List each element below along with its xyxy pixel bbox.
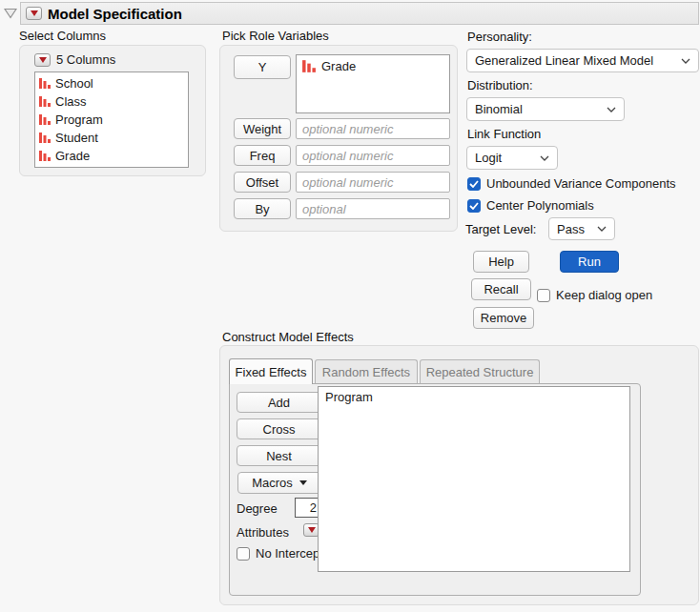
nominal-column-icon: [39, 132, 51, 144]
construct-model-effects-heading: Construct Model Effects: [222, 330, 354, 344]
nominal-column-icon: [39, 113, 51, 126]
list-item[interactable]: Student: [35, 129, 188, 147]
pick-role-variables-heading: Pick Role Variables: [222, 29, 329, 43]
checkbox-unchecked-icon[interactable]: [537, 289, 550, 302]
red-triangle-menu-icon[interactable]: [26, 7, 42, 20]
column-name: Student: [55, 131, 98, 145]
distribution-value: Binomial: [475, 102, 523, 116]
outline-header: Model Specification: [20, 2, 699, 25]
column-name: School: [55, 76, 93, 91]
target-level-label: Target Level:: [465, 222, 536, 236]
list-item[interactable]: School: [35, 74, 188, 92]
tab-random-effects[interactable]: Random Effects: [315, 359, 418, 383]
nominal-column-icon: [39, 150, 51, 162]
help-button[interactable]: Help: [473, 251, 529, 273]
offset-input[interactable]: [296, 172, 450, 193]
checkbox-checked-icon[interactable]: [467, 199, 481, 213]
by-role-button[interactable]: By: [234, 198, 291, 219]
attributes-label: Attributes: [237, 525, 289, 540]
model-effects-listbox[interactable]: Program: [318, 386, 630, 572]
run-button[interactable]: Run: [560, 251, 619, 273]
chevron-down-icon: [681, 58, 690, 64]
chevron-down-icon: [607, 107, 616, 112]
disclosure-triangle-icon[interactable]: [4, 8, 17, 19]
y-variable[interactable]: Grade: [297, 55, 449, 77]
keep-dialog-open-label: Keep dialog open: [556, 288, 652, 302]
remove-button[interactable]: Remove: [473, 307, 534, 329]
effect-item[interactable]: Program: [325, 390, 623, 404]
weight-input[interactable]: [296, 118, 450, 139]
y-variable-name: Grade: [321, 59, 356, 73]
center-polynomials-checkbox-row[interactable]: Center Polynomials: [467, 198, 594, 213]
add-button[interactable]: Add: [237, 392, 321, 413]
link-function-dropdown[interactable]: Logit: [466, 146, 558, 170]
nominal-column-icon: [39, 95, 51, 108]
macros-button[interactable]: Macros: [237, 472, 321, 494]
nominal-column-icon: [302, 59, 316, 73]
keep-dialog-open-checkbox-row[interactable]: Keep dialog open: [537, 288, 652, 302]
chevron-down-icon: [597, 226, 607, 232]
nest-button[interactable]: Nest: [237, 445, 321, 466]
by-input[interactable]: [296, 198, 450, 219]
target-level-dropdown[interactable]: Pass: [548, 217, 615, 240]
nominal-column-icon: [39, 77, 51, 90]
unbounded-variance-checkbox-row[interactable]: Unbounded Variance Components: [467, 176, 676, 191]
link-function-label: Link Function: [467, 127, 541, 141]
personality-dropdown[interactable]: Generalized Linear Mixed Model: [466, 49, 699, 72]
chevron-down-icon: [540, 155, 549, 161]
page-title: Model Specification: [48, 6, 182, 22]
list-item[interactable]: Grade: [35, 147, 188, 165]
weight-role-button[interactable]: Weight: [234, 118, 291, 139]
distribution-label: Distribution:: [467, 78, 533, 92]
y-role-button[interactable]: Y: [234, 55, 291, 79]
tab-fixed-effects[interactable]: Fixed Effects: [229, 358, 313, 384]
column-name: Grade: [55, 149, 90, 163]
column-name: Class: [55, 94, 87, 109]
recall-button[interactable]: Recall: [471, 278, 531, 300]
no-intercept-label: No Intercept: [256, 546, 323, 561]
freq-role-button[interactable]: Freq: [234, 145, 291, 166]
distribution-dropdown[interactable]: Binomial: [466, 97, 625, 121]
macros-label: Macros: [252, 476, 293, 490]
list-item[interactable]: Class: [35, 92, 188, 111]
personality-value: Generalized Linear Mixed Model: [475, 53, 653, 68]
degree-label: Degree: [237, 501, 278, 516]
cross-button[interactable]: Cross: [237, 418, 321, 439]
tab-repeated-structure[interactable]: Repeated Structure: [420, 359, 540, 383]
y-drop-box[interactable]: Grade: [296, 54, 450, 113]
column-name: Program: [55, 112, 103, 127]
offset-role-button[interactable]: Offset: [234, 172, 291, 193]
columns-listbox[interactable]: School Class Program Student Grade: [34, 71, 189, 168]
caret-down-icon: [299, 480, 307, 485]
red-triangle-menu-icon[interactable]: [34, 53, 51, 67]
columns-count-label: 5 Columns: [56, 52, 115, 67]
checkbox-checked-icon[interactable]: [467, 177, 481, 191]
checkbox-unchecked-icon[interactable]: [237, 547, 250, 561]
personality-label: Personality:: [467, 30, 532, 44]
freq-input[interactable]: [296, 145, 450, 166]
target-level-value: Pass: [557, 222, 585, 236]
link-function-value: Logit: [475, 151, 502, 165]
model-specification-dialog: Model Specification Select Columns Pick …: [0, 0, 700, 612]
no-intercept-checkbox-row[interactable]: No Intercept: [237, 546, 323, 561]
select-columns-heading: Select Columns: [19, 29, 106, 43]
center-polynomials-label: Center Polynomials: [486, 198, 594, 213]
list-item[interactable]: Program: [35, 111, 188, 129]
columns-menu[interactable]: 5 Columns: [34, 52, 115, 67]
unbounded-variance-label: Unbounded Variance Components: [486, 176, 676, 191]
